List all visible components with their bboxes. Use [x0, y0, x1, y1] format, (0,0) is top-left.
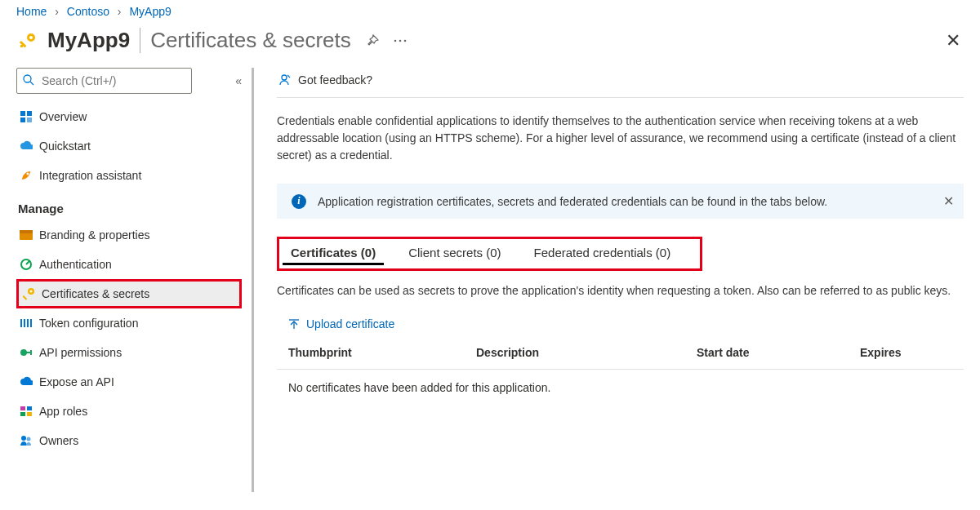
sidebar-item-label: Token configuration — [39, 317, 138, 330]
svg-rect-26 — [30, 350, 32, 355]
cloud-icon — [20, 140, 39, 152]
svg-rect-12 — [27, 118, 32, 122]
svg-point-7 — [24, 75, 31, 82]
sidebar-item-branding[interactable]: Branding & properties — [16, 220, 242, 250]
sidebar-item-label: Branding & properties — [39, 228, 149, 242]
close-icon[interactable]: ✕ — [946, 30, 964, 51]
owners-icon — [20, 435, 39, 446]
auth-icon — [20, 258, 39, 271]
credentials-tabs: Certificates (0) Client secrets (0) Fede… — [277, 237, 702, 271]
svg-rect-28 — [27, 406, 32, 410]
sidebar-item-label: Integration assistant — [39, 169, 141, 182]
more-icon[interactable] — [394, 39, 407, 42]
overview-icon — [20, 110, 39, 123]
svg-rect-27 — [20, 406, 25, 410]
svg-point-5 — [399, 39, 401, 42]
pin-icon[interactable] — [366, 34, 379, 47]
tab-client-secrets[interactable]: Client secrets (0) — [400, 242, 509, 265]
info-icon: i — [292, 194, 306, 209]
breadcrumb-home[interactable]: Home — [16, 5, 47, 18]
token-icon — [20, 317, 39, 329]
column-expires[interactable]: Expires — [860, 346, 964, 359]
roles-icon — [20, 406, 39, 417]
sidebar-item-label: Overview — [39, 110, 87, 123]
dismiss-banner-icon[interactable]: ✕ — [943, 193, 954, 209]
sidebar: « Overview Quickstart Integration assist… — [0, 68, 252, 492]
sidebar-item-label: App roles — [39, 405, 87, 418]
tab-description: Certificates can be used as secrets to p… — [277, 282, 964, 299]
svg-point-4 — [394, 39, 396, 42]
info-banner: i Application registration certificates,… — [277, 184, 964, 219]
sidebar-item-api-permissions[interactable]: API permissions — [16, 338, 242, 367]
certificates-table: Thumbprint Description Start date Expire… — [277, 339, 964, 394]
sidebar-item-label: Authentication — [39, 258, 112, 271]
empty-state: No certificates have been added for this… — [277, 370, 964, 394]
breadcrumb: Home › Contoso › MyApp9 — [0, 0, 980, 23]
page-header: MyApp9 Certificates & secrets ✕ — [0, 23, 980, 68]
sidebar-item-integration-assistant[interactable]: Integration assistant — [16, 161, 242, 190]
sidebar-item-label: Expose an API — [39, 375, 114, 388]
info-banner-text: Application registration certificates, s… — [318, 195, 827, 208]
sidebar-item-label: Certificates & secrets — [42, 287, 149, 300]
breadcrumb-tenant[interactable]: Contoso — [67, 5, 109, 18]
collapse-sidebar-icon[interactable]: « — [235, 74, 242, 87]
main-content: Got feedback? Credentials enable confide… — [254, 68, 980, 492]
sidebar-item-certificates-secrets[interactable]: Certificates & secrets — [16, 279, 242, 308]
page-subtitle: Certificates & secrets — [140, 28, 351, 53]
upload-label: Upload certificate — [306, 317, 394, 330]
sidebar-item-authentication[interactable]: Authentication — [16, 250, 242, 279]
svg-point-13 — [27, 173, 29, 175]
sidebar-item-quickstart[interactable]: Quickstart — [16, 131, 242, 161]
svg-rect-9 — [20, 111, 25, 116]
table-header: Thumbprint Description Start date Expire… — [277, 339, 964, 370]
sidebar-item-overview[interactable]: Overview — [16, 102, 242, 131]
got-feedback-button[interactable]: Got feedback? — [277, 68, 964, 98]
svg-rect-11 — [20, 118, 25, 122]
sidebar-item-label: Quickstart — [39, 140, 91, 153]
search-icon — [22, 73, 35, 86]
chevron-right-icon: › — [118, 5, 122, 18]
upload-icon — [288, 318, 300, 330]
column-description[interactable]: Description — [476, 346, 697, 359]
search-input[interactable] — [16, 68, 192, 94]
page-title: MyApp9 Certificates & secrets — [47, 28, 351, 53]
sidebar-item-label: API permissions — [39, 346, 122, 359]
svg-rect-10 — [27, 111, 32, 116]
svg-rect-20 — [20, 319, 22, 327]
column-thumbprint[interactable]: Thumbprint — [288, 346, 476, 359]
key-icon — [22, 287, 42, 300]
app-name: MyApp9 — [47, 28, 130, 53]
upload-certificate-button[interactable]: Upload certificate — [277, 314, 964, 339]
sidebar-item-label: Owners — [39, 434, 78, 447]
rocket-icon — [20, 169, 39, 182]
breadcrumb-app[interactable]: MyApp9 — [129, 5, 171, 18]
svg-rect-22 — [27, 319, 29, 327]
svg-rect-15 — [20, 230, 33, 233]
credentials-description: Credentials enable confidential applicat… — [277, 98, 964, 184]
svg-point-32 — [27, 437, 31, 441]
feedback-icon — [277, 73, 292, 87]
column-start-date[interactable]: Start date — [697, 346, 860, 359]
svg-point-18 — [30, 290, 33, 293]
chevron-right-icon: › — [55, 5, 59, 18]
sidebar-item-expose-api[interactable]: Expose an API — [16, 367, 242, 397]
tab-federated-credentials[interactable]: Federated credentials (0) — [526, 242, 679, 265]
sidebar-item-owners[interactable]: Owners — [16, 426, 242, 455]
svg-point-33 — [282, 75, 287, 80]
svg-rect-19 — [23, 295, 28, 300]
svg-point-31 — [21, 436, 26, 441]
svg-line-8 — [30, 82, 33, 85]
tab-certificates[interactable]: Certificates (0) — [283, 242, 384, 265]
svg-rect-3 — [20, 45, 23, 47]
cloud-api-icon — [20, 376, 39, 388]
sidebar-item-token-configuration[interactable]: Token configuration — [16, 308, 242, 338]
permissions-icon — [20, 347, 39, 358]
sidebar-item-app-roles[interactable]: App roles — [16, 397, 242, 426]
svg-point-24 — [20, 349, 27, 356]
sidebar-section-manage: Manage — [18, 202, 242, 215]
branding-icon — [20, 230, 39, 240]
svg-rect-30 — [27, 412, 32, 416]
svg-point-1 — [29, 36, 33, 39]
svg-rect-21 — [24, 319, 25, 327]
svg-rect-29 — [20, 412, 25, 416]
